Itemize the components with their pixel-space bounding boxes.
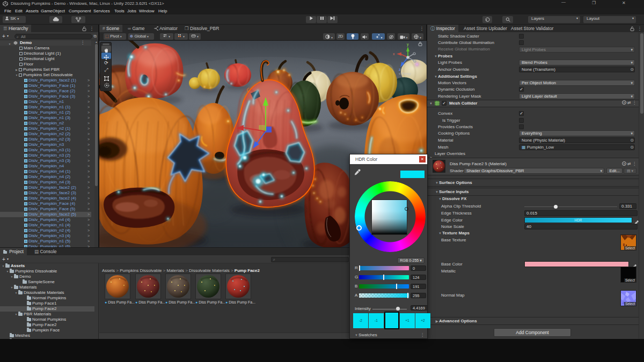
svg-text:< Persp: < Persp — [399, 72, 411, 76]
svg-text:x: x — [393, 52, 395, 56]
svg-text:y: y — [407, 42, 409, 47]
svg-text:z: z — [399, 68, 401, 71]
